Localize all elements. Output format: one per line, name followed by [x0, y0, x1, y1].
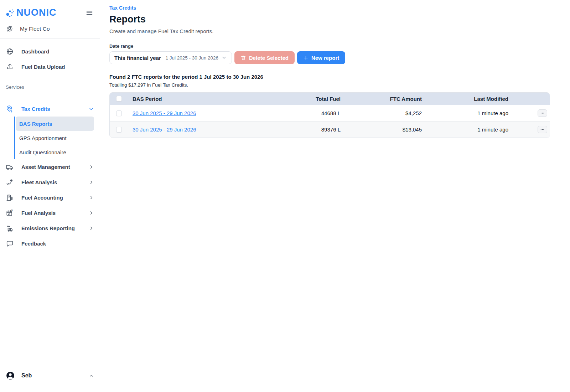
submenu-item-label: BAS Reports — [19, 121, 52, 127]
row-actions-button[interactable] — [538, 126, 547, 133]
chevron-right-icon — [89, 226, 94, 231]
ftc-amount-value: $13,045 — [341, 127, 422, 133]
svg-text:$: $ — [11, 209, 13, 212]
new-report-button[interactable]: New report — [297, 51, 345, 64]
chevron-right-icon — [89, 164, 94, 170]
date-range-value: 1 Jul 2025 - 30 Jun 2026 — [165, 55, 218, 61]
chevron-up-icon — [89, 373, 94, 378]
sidebar-item-label: Feedback — [21, 241, 94, 247]
chevron-right-icon — [89, 180, 94, 185]
last-modified-value: 1 minute ago — [422, 127, 508, 133]
sidebar-item-label: Tax Credits — [21, 106, 88, 112]
reports-table: BAS Period Total Fuel FTC Amount Last Mo… — [109, 92, 550, 138]
report-period-link[interactable]: 30 Jun 2025 - 29 Jun 2026 — [133, 127, 196, 133]
row-actions-button[interactable] — [538, 109, 547, 117]
ftc-amount-value: $4,252 — [341, 110, 422, 116]
ellipsis-icon — [540, 111, 545, 115]
ellipsis-icon — [540, 127, 545, 132]
sidebar-item-gps-apportionment[interactable]: GPS Apportionment — [16, 131, 94, 145]
tax-credits-icon: $ — [6, 105, 14, 113]
total-fuel-value: 89376 L — [266, 127, 341, 133]
row-checkbox[interactable] — [116, 110, 122, 116]
last-modified-value: 1 minute ago — [422, 110, 508, 116]
column-header-last-modified: Last Modified — [422, 96, 508, 102]
sidebar-item-emissions-reporting[interactable]: Emissions Reporting — [0, 221, 100, 236]
truck-emissions-icon — [6, 225, 14, 232]
total-fuel-value: 44688 L — [266, 110, 341, 116]
table-row: 30 Jun 2025 - 29 Jun 2026 89376 L $13,04… — [110, 121, 550, 138]
sidebar-nav-top: Dashboard Fuel Data Upload — [0, 39, 100, 74]
column-header-bas-period: BAS Period — [126, 96, 266, 102]
date-range-preset: This financial year — [114, 55, 161, 61]
sidebar-item-audit-questionnaire[interactable]: Audit Questionnaire — [16, 145, 94, 159]
globe-icon — [6, 48, 14, 55]
sidebar-header: NUONIC — [0, 0, 100, 18]
sidebar-item-bas-reports[interactable]: BAS Reports — [16, 117, 94, 131]
results-summary: Found 2 FTC reports for the period 1 Jul… — [109, 74, 570, 80]
truck-icon — [6, 163, 14, 171]
sidebar-item-label: Fuel Accounting — [21, 195, 89, 201]
sidebar-item-label: Fleet Analysis — [21, 179, 89, 185]
column-header-total-fuel: Total Fuel — [266, 96, 341, 102]
sidebar-item-dashboard[interactable]: Dashboard — [0, 44, 100, 59]
calendar-dollar-icon: $ — [6, 209, 14, 217]
sidebar-item-asset-management[interactable]: Asset Management — [0, 159, 100, 175]
sidebar-spacer — [0, 251, 100, 359]
nuonic-logo: NUONIC — [6, 7, 57, 18]
user-name: Seb — [21, 372, 82, 379]
row-select-cell — [110, 127, 126, 133]
svg-text:$: $ — [11, 110, 12, 113]
sidebar-item-label: Asset Management — [21, 164, 89, 170]
delete-selected-label: Delete Selected — [249, 55, 289, 61]
sidebar-item-label: Fuel Analysis — [21, 210, 89, 216]
sidebar-item-feedback[interactable]: Feedback — [0, 236, 100, 251]
services-section-label: Services — [0, 84, 100, 90]
submenu-item-label: GPS Apportionment — [19, 135, 67, 141]
sidebar-item-fuel-analysis[interactable]: $ Fuel Analysis — [0, 205, 100, 221]
delete-selected-button[interactable]: Delete Selected — [234, 51, 295, 64]
sidebar-item-fleet-analysis[interactable]: Fleet Analysis — [0, 175, 100, 190]
user-avatar-icon — [6, 371, 15, 380]
organisation-switcher[interactable]: My Fleet Co — [0, 25, 100, 33]
hamburger-menu-icon[interactable] — [85, 8, 94, 17]
date-range-select[interactable]: This financial year 1 Jul 2025 - 30 Jun … — [109, 51, 232, 64]
page-subtitle: Create and manage Fuel Tax Credit report… — [109, 28, 570, 34]
sidebar-item-fuel-accounting[interactable]: Fuel Accounting — [0, 190, 100, 205]
user-menu[interactable]: Seb — [0, 359, 100, 392]
org-switch-icon — [6, 25, 14, 33]
nuonic-logo-icon — [6, 8, 15, 18]
submenu-item-label: Audit Questionnaire — [19, 149, 66, 155]
sidebar-item-label: Fuel Data Upload — [21, 64, 94, 70]
speech-bubble-icon — [6, 240, 14, 247]
chevron-down-icon — [88, 106, 94, 112]
sidebar-item-label: Emissions Reporting — [21, 225, 89, 231]
fuel-pump-icon — [6, 194, 14, 202]
toolbar: This financial year 1 Jul 2025 - 30 Jun … — [109, 51, 570, 64]
chevron-right-icon — [89, 210, 94, 216]
upload-icon — [6, 63, 14, 71]
table-header-row: BAS Period Total Fuel FTC Amount Last Mo… — [110, 93, 550, 105]
select-all-cell — [110, 96, 126, 102]
breadcrumb[interactable]: Tax Credits — [109, 5, 570, 11]
chevron-down-icon — [221, 55, 227, 61]
org-name: My Fleet Co — [20, 26, 50, 32]
totalling-summary: Totalling $17,297 in Fuel Tax Credits. — [109, 82, 570, 88]
row-checkbox[interactable] — [116, 127, 122, 133]
sidebar-item-label: Dashboard — [21, 48, 94, 55]
trash-icon — [240, 55, 246, 61]
sidebar-item-tax-credits[interactable]: $ Tax Credits — [0, 101, 100, 117]
row-select-cell — [110, 110, 126, 116]
sidebar-item-fuel-data-upload[interactable]: Fuel Data Upload — [0, 59, 100, 74]
table-row: 30 Jun 2025 - 29 Jun 2026 44688 L $4,252… — [110, 105, 550, 121]
tax-credits-submenu: BAS Reports GPS Apportionment Audit Ques… — [14, 117, 94, 159]
route-pin-icon — [6, 179, 14, 186]
sidebar: NUONIC My Fleet Co Dashboa — [0, 0, 100, 392]
page-title: Reports — [109, 14, 570, 25]
select-all-checkbox[interactable] — [116, 96, 122, 102]
date-range-label: Date range — [109, 43, 570, 49]
report-period-link[interactable]: 30 Jun 2025 - 29 Jun 2026 — [133, 110, 196, 116]
column-header-ftc-amount: FTC Amount — [341, 96, 422, 102]
chevron-right-icon — [89, 195, 94, 200]
sidebar-services: $ Tax Credits BAS Reports GPS Apportionm… — [0, 94, 100, 251]
plus-icon — [303, 55, 309, 61]
